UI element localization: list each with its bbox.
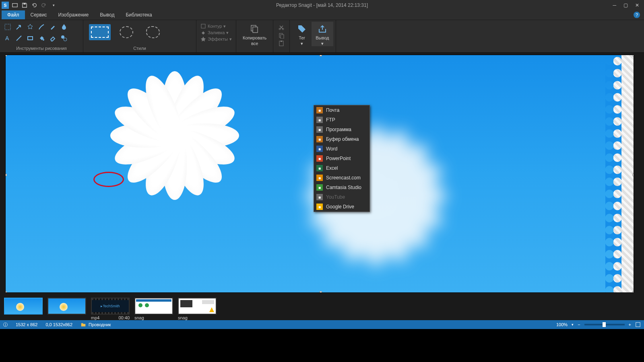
svg-point-8 <box>64 38 67 41</box>
share-item-почта[interactable]: ■Почта <box>314 105 369 115</box>
zoom-value: 100% <box>556 322 568 327</box>
copy-icon[interactable] <box>278 32 285 39</box>
tool-arrow-icon[interactable] <box>14 22 24 32</box>
window-title: Редактор Snagit - [май 14, 2014 22:13:31… <box>276 2 368 8</box>
copy-all-button[interactable]: Копироватьвсе <box>239 22 270 46</box>
canvas-area: ■Почта■FTP■Программа■Буфер обмена■Word■P… <box>0 53 644 295</box>
svg-rect-2 <box>5 24 10 30</box>
svg-text:A: A <box>5 35 9 41</box>
tab-output[interactable]: Вывод <box>94 10 120 19</box>
svg-rect-15 <box>281 35 284 39</box>
svg-rect-5 <box>28 37 33 40</box>
group-label-tools: Инструменты рисования <box>2 46 80 51</box>
tab-library[interactable]: Библиотека <box>120 10 157 19</box>
thumbnail-0[interactable] <box>4 298 43 315</box>
share-item-google-drive[interactable]: ■Google Drive <box>314 202 369 212</box>
tag-icon <box>296 23 308 35</box>
group-styles: Стили <box>83 20 196 52</box>
style-freehand-select[interactable] <box>142 24 164 40</box>
share-item-ftp[interactable]: ■FTP <box>314 115 369 125</box>
share-dropdown-menu: ■Почта■FTP■Программа■Буфер обмена■Word■P… <box>314 105 370 212</box>
tool-erase-icon[interactable] <box>47 33 58 43</box>
fit-window-icon[interactable] <box>635 322 641 327</box>
group-format: Контур ▾ Заливка ▾ Эффекты ▾ <box>196 20 236 52</box>
cut-icon[interactable] <box>278 24 285 31</box>
share-button[interactable]: Вывод▾ <box>312 22 333 46</box>
share-item-excel[interactable]: ■Excel <box>314 163 369 173</box>
tab-file[interactable]: Файл <box>2 10 25 19</box>
menu-bar: Файл Сервис Изображение Вывод Библиотека… <box>0 10 644 20</box>
tool-fill-icon[interactable] <box>36 33 47 43</box>
paste-icon[interactable] <box>278 40 285 47</box>
undo-icon[interactable] <box>31 2 38 9</box>
tool-highlight-icon[interactable] <box>47 22 58 32</box>
thumbnail-4[interactable]: snag <box>178 298 217 320</box>
effects-dropdown[interactable]: Эффекты ▾ <box>200 36 232 42</box>
tool-step-icon[interactable] <box>59 33 69 43</box>
share-item-powerpoint[interactable]: ■PowerPoint <box>314 154 369 163</box>
status-coordinates: 0,0 1532x862 <box>45 322 72 327</box>
ribbon: A Инструменты рисования Стили Контур ▾ З… <box>0 20 644 53</box>
title-bar: S ▾ Редактор Snagit - [май 14, 2014 22:1… <box>0 0 644 10</box>
red-ellipse-annotation[interactable] <box>93 172 124 187</box>
style-polygon-select[interactable] <box>169 24 190 40</box>
zoom-in-button[interactable]: + <box>629 322 631 327</box>
tool-shape-icon[interactable] <box>25 33 35 43</box>
group-label-styles: Стили <box>86 46 194 51</box>
copy-all-icon <box>249 23 260 35</box>
close-button[interactable]: ✕ <box>635 2 639 8</box>
fill-dropdown[interactable]: Заливка ▾ <box>200 30 232 35</box>
group-copy: Копироватьвсе <box>236 20 273 52</box>
tool-blur-icon[interactable] <box>59 22 69 32</box>
svg-rect-11 <box>253 27 258 33</box>
thumbnail-1[interactable] <box>47 298 86 315</box>
svg-line-4 <box>17 36 21 41</box>
svg-rect-9 <box>201 24 205 28</box>
share-item-screencast-com[interactable]: ■Screencast.com <box>314 173 369 183</box>
svg-point-6 <box>43 39 44 41</box>
style-ellipse-select[interactable] <box>116 24 137 40</box>
svg-rect-17 <box>281 41 282 42</box>
thumbnail-tray: ▸TechSmithmp400:40snagsnag <box>0 295 644 320</box>
thumbnail-2[interactable]: ▸TechSmithmp400:40 <box>91 298 130 320</box>
tab-image[interactable]: Изображение <box>53 10 95 19</box>
app-logo[interactable]: S <box>2 2 9 9</box>
svg-rect-1 <box>23 3 25 4</box>
torn-edge <box>613 55 634 292</box>
share-icon <box>317 23 328 35</box>
tool-stamp-icon[interactable] <box>25 22 35 32</box>
group-tags-share: Тег▾ Вывод▾ <box>290 20 336 52</box>
tool-text-icon[interactable]: A <box>2 33 13 43</box>
redo-icon[interactable] <box>40 2 47 9</box>
save-icon[interactable] <box>21 2 28 9</box>
svg-rect-0 <box>12 3 17 7</box>
info-icon[interactable]: ⓘ <box>3 322 8 328</box>
share-item-camtasia-studio[interactable]: ■Camtasia Studio <box>314 183 369 192</box>
status-dimensions: 1532 x 862 <box>16 322 37 327</box>
share-item-программа[interactable]: ■Программа <box>314 125 369 134</box>
style-rect-select[interactable] <box>89 24 111 40</box>
zoom-slider[interactable] <box>584 324 625 325</box>
minimize-button[interactable]: ─ <box>613 2 616 8</box>
explorer-button[interactable]: Проводник <box>80 322 111 327</box>
share-item-word[interactable]: ■Word <box>314 144 369 154</box>
help-icon[interactable]: ? <box>634 12 640 18</box>
tool-pen-icon[interactable] <box>36 22 47 32</box>
thumbnail-3[interactable]: snag <box>134 298 173 320</box>
svg-point-7 <box>61 35 64 39</box>
share-item-youtube[interactable]: ■YouTube <box>314 192 369 202</box>
tool-select-rect-icon[interactable] <box>2 22 13 32</box>
zoom-out-button[interactable]: − <box>578 322 580 327</box>
tab-service[interactable]: Сервис <box>25 10 53 19</box>
group-edit <box>273 20 290 52</box>
new-capture-icon[interactable] <box>11 2 19 9</box>
tag-button[interactable]: Тег▾ <box>292 22 312 46</box>
status-bar: ⓘ 1532 x 862 0,0 1532x862 Проводник 100%… <box>0 320 644 329</box>
svg-rect-18 <box>636 323 640 327</box>
tool-line-icon[interactable] <box>14 33 24 43</box>
maximize-button[interactable]: ▢ <box>623 2 628 8</box>
group-drawing-tools: A Инструменты рисования <box>0 20 83 52</box>
outline-dropdown[interactable]: Контур ▾ <box>200 23 232 29</box>
share-item-буфер-обмена[interactable]: ■Буфер обмена <box>314 134 369 144</box>
qat-more-icon[interactable]: ▾ <box>50 2 57 9</box>
